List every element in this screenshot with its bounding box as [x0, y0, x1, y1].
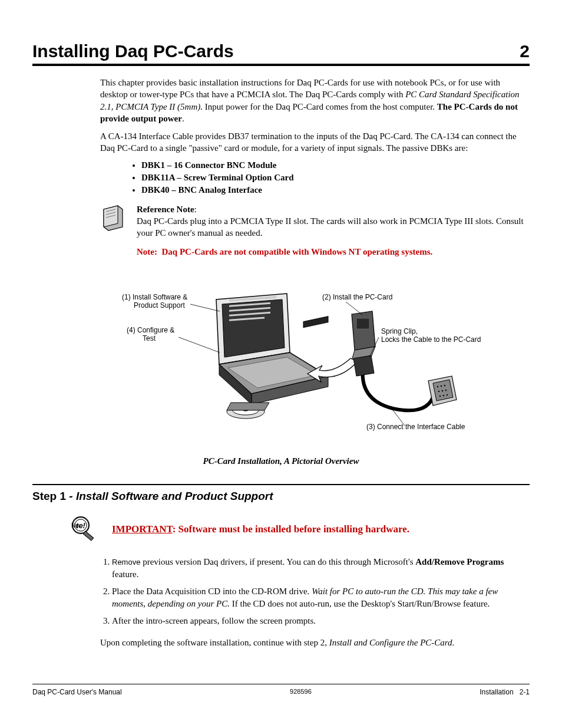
- figure-caption: PC-Card Installation, A Pictorial Overvi…: [32, 456, 530, 466]
- step-number: Step 1: [32, 490, 69, 502]
- footer-right: Installation 2-1: [480, 688, 530, 696]
- text-italic: Install and Configure the PC-Card: [329, 638, 452, 647]
- callout-3: (3) Connect the Interface Cable: [366, 423, 465, 431]
- text: .: [182, 114, 184, 123]
- footer-center: 928596: [290, 688, 312, 696]
- laptop-icon: [216, 294, 328, 419]
- svg-line-22: [190, 304, 220, 311]
- step-1-heading: Step 1 - Install Software and Product Su…: [32, 490, 530, 503]
- footer-left: Daq PC-Card User's Manual: [32, 688, 122, 696]
- text: .: [452, 638, 455, 647]
- svg-point-15: [444, 384, 445, 386]
- page-footer: Daq PC-Card User's Manual 928596 Install…: [32, 684, 530, 696]
- callout-4b: Test: [143, 334, 156, 342]
- reference-note: Reference Note: Daq PC-Cards plug into a…: [100, 203, 524, 239]
- svg-point-18: [445, 389, 447, 390]
- step-title: - Install Software and Product Support: [69, 490, 273, 502]
- spring-clip-label-b: Locks the Cable to the PC-Card: [381, 335, 481, 344]
- warning-note: Note: Daq PC-Cards are not compatible wi…: [137, 246, 524, 258]
- callout-4: (4) Configure &: [127, 326, 174, 334]
- svg-point-21: [447, 394, 448, 395]
- text: Place the Data Acquisition CD into the C…: [112, 587, 312, 596]
- spring-clip-label-a: Spring Clip,: [381, 327, 418, 335]
- warning-label: Note: [137, 247, 154, 256]
- book-icon: [100, 203, 126, 233]
- chapter-header: Installing Daq PC-Cards 2: [32, 41, 530, 66]
- section-rule: [32, 484, 530, 485]
- svg-point-17: [442, 390, 443, 391]
- step-1-body: Remove previous version Daq drivers, if …: [100, 556, 524, 648]
- installation-diagram: (1) Install Software & Product Support (…: [75, 282, 487, 447]
- svg-text:No: No: [71, 522, 79, 529]
- refnote-body: Daq PC-Cards plug into a PCMCIA Type II …: [137, 216, 524, 238]
- list-item: After the intro-screen appears, follow t…: [112, 615, 524, 627]
- arrow-icon: [308, 358, 358, 382]
- dbk-list: DBK1 – 16 Connector BNC Module DBK11A – …: [141, 160, 524, 195]
- intro-paragraph-1: This chapter provides basic installation…: [100, 77, 524, 124]
- svg-point-20: [443, 394, 444, 396]
- text: If the CD does not auto-run, use the Des…: [230, 599, 490, 608]
- svg-point-16: [438, 390, 439, 391]
- cable-connector-icon: [353, 355, 374, 376]
- svg-rect-11: [303, 316, 328, 327]
- important-body: : Software must be installed before inst…: [173, 523, 409, 535]
- warning-text: Daq PC-Cards are not compatible with Win…: [162, 247, 433, 256]
- svg-point-13: [437, 386, 438, 387]
- text: Upon completing the software installatio…: [100, 638, 329, 647]
- list-item: DBK11A – Screw Terminal Option Card: [141, 173, 524, 183]
- step-1-closing: Upon completing the software installatio…: [100, 637, 524, 648]
- svg-rect-31: [83, 531, 94, 541]
- chapter-number: 2: [520, 41, 530, 61]
- list-item: DBK1 – 16 Connector BNC Module: [141, 160, 524, 170]
- reference-note-text: Reference Note: Daq PC-Cards plug into a…: [137, 203, 524, 239]
- svg-point-19: [439, 395, 441, 396]
- important-note: te! No IMPORTANT: Software must be insta…: [68, 515, 530, 544]
- svg-line-24: [346, 302, 362, 315]
- callout-2: (2) Install the PC-Card: [322, 293, 392, 301]
- footer-page: 2-1: [520, 688, 530, 696]
- intro-block: This chapter provides basic installation…: [100, 77, 524, 258]
- svg-point-14: [441, 385, 442, 386]
- page-title: Installing Daq PC-Cards: [32, 41, 234, 61]
- list-item: DBK40 – BNC Analog Interface: [141, 185, 524, 195]
- list-item: Remove previous version Daq drivers, if …: [112, 556, 524, 581]
- text: Remove: [112, 558, 140, 566]
- svg-line-23: [178, 337, 220, 353]
- text: previous version Daq drivers, if present…: [140, 557, 415, 566]
- svg-rect-12: [356, 318, 369, 329]
- installation-figure: (1) Install Software & Product Support (…: [32, 282, 530, 466]
- important-label: IMPORTANT: [112, 523, 173, 535]
- refnote-label: Reference Note: [137, 205, 194, 214]
- magnifier-note-icon: te! No: [68, 515, 100, 544]
- callout-1b: Product Support: [134, 301, 185, 309]
- important-text: IMPORTANT: Software must be installed be…: [112, 523, 409, 535]
- text: Input power for the Daq PC-Card comes fr…: [203, 102, 437, 111]
- install-steps: Remove previous version Daq drivers, if …: [112, 556, 524, 627]
- db37-connector-icon: [428, 376, 457, 406]
- text: feature.: [112, 569, 138, 579]
- footer-section: Installation: [480, 688, 513, 696]
- callout-1: (1) Install Software &: [122, 293, 187, 301]
- text-bold: Add/Remove Programs: [415, 557, 504, 566]
- intro-paragraph-2: A CA-134 Interface Cable provides DB37 t…: [100, 130, 524, 154]
- list-item: Place the Data Acquisition CD into the C…: [112, 585, 524, 610]
